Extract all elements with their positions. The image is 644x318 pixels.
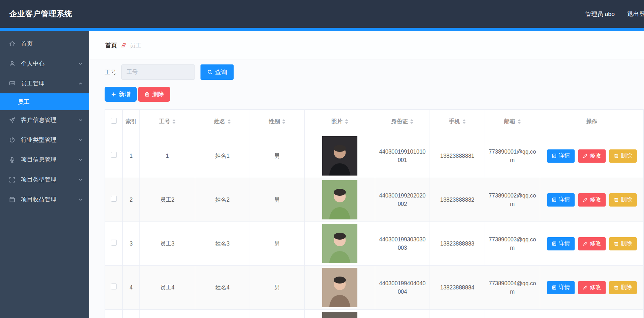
- sort-caret-icon: [517, 119, 521, 124]
- cell-id-card: [375, 310, 430, 318]
- sort-caret-icon: [172, 119, 176, 124]
- detail-button[interactable]: 详情: [547, 281, 575, 294]
- cell-job-no: [140, 310, 195, 318]
- edit-button[interactable]: 修改: [578, 237, 606, 250]
- cell-gender: [250, 310, 305, 318]
- edit-button[interactable]: 修改: [578, 193, 606, 207]
- row-delete-button[interactable]: 删除: [609, 281, 637, 294]
- cell-phone: 13823888881: [430, 134, 485, 178]
- trash-icon: [614, 153, 619, 158]
- row-checkbox[interactable]: [111, 152, 117, 158]
- sidebar-item-7[interactable]: 项目收益管理: [0, 189, 89, 209]
- trash-icon: [614, 241, 619, 246]
- sidebar-item-5[interactable]: 项目信息管理: [0, 150, 89, 170]
- cell-id-card: 440300199404040004: [375, 266, 430, 310]
- pencil-icon: [583, 153, 588, 158]
- cell-id-card: 440300199202020002: [375, 178, 430, 222]
- search-input[interactable]: [121, 64, 195, 80]
- logout-link[interactable]: 退出登录: [627, 10, 644, 18]
- breadcrumb-current: 员工: [130, 41, 142, 49]
- power-icon: [9, 137, 16, 144]
- user-icon: [9, 60, 16, 67]
- sidebar-item-6[interactable]: 项目类型管理: [0, 170, 89, 189]
- row-checkbox[interactable]: [111, 196, 117, 202]
- cell-email: 773890003@qq.com: [485, 222, 540, 266]
- table-row: 4 员工4 姓名4 男 440300199404040004 138238888…: [105, 266, 644, 310]
- cell-name: [195, 310, 250, 318]
- table-header-row: 索引 工号 姓名 性别 照片 身份证 手机: [105, 110, 644, 134]
- sidebar-item-label: 行业类型管理: [21, 136, 78, 144]
- row-delete-button[interactable]: 删除: [609, 149, 637, 163]
- cell-index: 4: [123, 266, 140, 310]
- sort-caret-icon: [410, 119, 414, 124]
- breadcrumb: 首页 /// 员工: [89, 31, 644, 60]
- cell-job-no: 员工3: [140, 222, 195, 266]
- edit-button[interactable]: 修改: [578, 149, 606, 163]
- sort-caret-icon: [345, 119, 348, 124]
- employee-photo: [322, 136, 357, 176]
- current-user[interactable]: 管理员 abo: [585, 10, 615, 18]
- breadcrumb-separator-icon: ///: [122, 41, 125, 49]
- add-button[interactable]: 新增: [105, 87, 137, 102]
- sidebar-item-0[interactable]: 首页: [0, 34, 89, 54]
- plus-icon: [111, 92, 116, 97]
- cell-gender: 男: [250, 266, 305, 310]
- cell-job-no: 1: [140, 134, 195, 178]
- topbar-right: 管理员 abo 退出登录: [585, 10, 644, 18]
- document-icon: [552, 285, 557, 290]
- edit-button[interactable]: 修改: [578, 281, 606, 294]
- row-delete-button[interactable]: 删除: [609, 237, 637, 250]
- column-header-job_no[interactable]: 工号: [140, 110, 195, 134]
- cell-name: 姓名3: [195, 222, 250, 266]
- sidebar-item-1[interactable]: 个人中心: [0, 54, 89, 73]
- column-header-index: 索引: [123, 110, 140, 134]
- detail-button[interactable]: 详情: [547, 149, 575, 163]
- column-header-id_card[interactable]: 身份证: [375, 110, 430, 134]
- trash-icon: [614, 197, 619, 202]
- chevron-up-icon: [78, 81, 83, 86]
- row-delete-button[interactable]: 删除: [609, 193, 637, 207]
- sidebar-item-4[interactable]: 行业类型管理: [0, 130, 89, 150]
- row-checkbox[interactable]: [111, 240, 117, 246]
- column-header-gender[interactable]: 性别: [250, 110, 305, 134]
- detail-button[interactable]: 详情: [547, 193, 575, 207]
- cell-index: [123, 310, 140, 318]
- sidebar-item-label: 客户信息管理: [21, 116, 78, 124]
- box-icon: [9, 196, 16, 203]
- mic-icon: [9, 156, 16, 163]
- sidebar: 首页 个人中心 员工管理 员工 客户信息管理 行业类型管理 项目信息管理: [0, 31, 89, 318]
- app-header: 企业客户管理系统 管理员 abo 退出登录: [0, 0, 644, 28]
- delete-button[interactable]: 删除: [138, 87, 170, 102]
- sidebar-item-label: 项目信息管理: [21, 156, 78, 164]
- employee-table: 索引 工号 姓名 性别 照片 身份证 手机: [105, 109, 644, 318]
- cell-phone: [430, 310, 485, 318]
- row-checkbox[interactable]: [111, 284, 117, 289]
- sidebar-item-3[interactable]: 客户信息管理: [0, 110, 89, 130]
- sidebar-item-label: 员工管理: [21, 79, 78, 87]
- send-icon: [9, 117, 16, 124]
- cell-index: 2: [123, 178, 140, 222]
- column-header-phone[interactable]: 手机: [430, 110, 485, 134]
- cell-phone: 13823888883: [430, 222, 485, 266]
- chevron-down-icon: [78, 118, 83, 123]
- sidebar-subitem-2-0[interactable]: 员工: [0, 93, 89, 110]
- query-button[interactable]: 查询: [200, 64, 234, 80]
- cell-gender: 男: [250, 178, 305, 222]
- chevron-down-icon: [78, 157, 83, 162]
- column-header-email[interactable]: 邮箱: [485, 110, 540, 134]
- sidebar-item-label: 首页: [21, 40, 83, 48]
- table-row: 2 员工2 姓名2 男 440300199202020002 138238888…: [105, 178, 644, 222]
- pencil-icon: [583, 285, 588, 290]
- toolbar: 新增 删除: [105, 87, 644, 102]
- accent-strip: [0, 28, 644, 31]
- cell-email: 773890004@qq.com: [485, 266, 540, 310]
- column-header-photo[interactable]: 照片: [305, 110, 375, 134]
- detail-button[interactable]: 详情: [547, 237, 575, 250]
- cell-email: 773890001@qq.com: [485, 134, 540, 178]
- column-header-name[interactable]: 姓名: [195, 110, 250, 134]
- select-all-checkbox[interactable]: [111, 118, 117, 124]
- cell-index: 3: [123, 222, 140, 266]
- sidebar-item-2[interactable]: 员工管理: [0, 73, 89, 93]
- chevron-down-icon: [78, 61, 83, 66]
- breadcrumb-home[interactable]: 首页: [105, 41, 117, 49]
